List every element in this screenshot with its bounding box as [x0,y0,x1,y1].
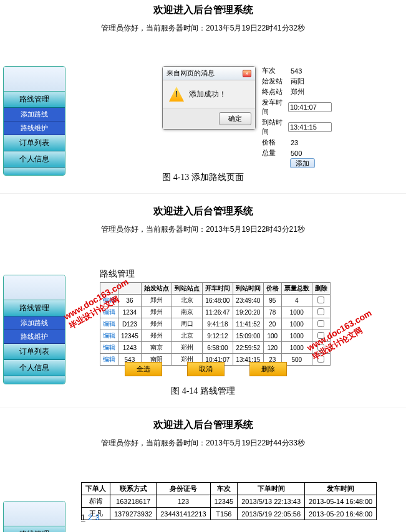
cell-qty: 1000 [281,342,312,354]
edit-link[interactable]: 编辑 [100,318,118,330]
page-link[interactable]: 2 [88,513,92,522]
action-buttons: 全选 取消 删除 [125,362,287,376]
dep-label: 发车时间 [262,98,288,116]
section-route-manage: 欢迎进入后台管理系统 管理员你好，当前服务器时间：2013年5月19日22时43… [0,201,406,407]
cell-arr: 19:20:20 [233,306,263,318]
table-header-row: 始发站点到站站点开车时间到站时间价格票量总数删除 [100,283,331,295]
table-row: 编辑1243南京郑州6:58:0022:59:521201000 [100,342,331,354]
admin-status: 管理员你好，当前服务器时间：2013年5月19日22时44分33秒 [0,435,406,451]
table-header: 开车时间 [202,283,233,295]
delete-checkbox[interactable] [317,320,324,327]
cell-bus: 1234 [118,306,142,318]
section-title: 路线管理 [100,268,135,280]
arr-input[interactable] [288,122,332,132]
cell-qty: 1000 [281,318,312,330]
warning-icon [169,87,184,102]
table-header [118,283,142,295]
nav-orders[interactable]: 订单列表 [4,135,65,151]
delete-checkbox[interactable] [317,308,324,315]
cell-price: 100 [263,330,281,342]
nav-route-maintain[interactable]: 路线维护 [4,330,65,344]
table-row: 编辑36郑州北京16:48:0023:49:40954 [100,295,331,306]
cell-bus: 12345 [210,495,238,508]
cell-price: 78 [263,306,281,318]
route-form: 车次543 始发站南阳 终点站郑州 发车时间 到站时间 价格23 总量500 添… [262,66,332,168]
cell-from: 郑州 [141,306,172,318]
cell-dtime: 2013-05-20 16:48:00 [305,508,377,520]
table-header [100,283,118,295]
cell-bus: 12345 [118,330,142,342]
dialog-title-bar: 来自网页的消息 × [163,67,255,80]
delete-button[interactable]: 删除 [249,362,287,376]
start-value: 南阳 [288,77,307,86]
table-row: 编辑12345郑州北京9:12:1215:09:001001000 [100,330,331,342]
edit-link[interactable]: 编辑 [100,342,118,354]
nav-route-manage[interactable]: 路线管理 [4,92,65,108]
cell-qty: 1000 [281,330,312,342]
sidebar: 路线管理 添加路线 路线维护 订单列表 个人信息 [3,275,65,384]
cell-phone: 163218617 [110,495,157,508]
bus-label: 车次 [262,66,288,75]
page-link[interactable]: 3 [95,513,100,522]
delete-checkbox[interactable] [317,297,324,303]
cell-to: 北京 [172,295,202,306]
cancel-button[interactable]: 取消 [187,362,225,376]
nav-orders[interactable]: 订单列表 [4,344,65,360]
end-label: 终点站 [262,87,288,97]
cell-from: 郑州 [141,295,172,306]
sidebar-bottom [4,376,65,384]
page-title: 欢迎进入后台管理系统 [0,0,406,21]
content-body: 路线管理 添加路线 路线维护 订单列表 个人信息 来自网页的消息 × 添加成功！… [0,36,406,167]
content-body: 路线管理 订单列表 所有订单 个人信息 下单人联系方式身份证号车次下单时间发车时… [0,451,406,532]
page-title: 欢迎进入后台管理系统 [0,415,406,435]
add-button[interactable]: 添加 [290,158,315,168]
cell-bus: D123 [118,318,142,330]
sidebar-spacer [4,501,65,526]
nav-add-route[interactable]: 添加路线 [4,108,65,121]
delete-checkbox[interactable] [317,332,324,339]
cell-id: 123 [157,495,210,508]
dep-input[interactable] [288,102,332,112]
cell-price: 20 [263,318,281,330]
cell-from: 郑州 [141,318,172,330]
edit-link[interactable]: 编辑 [100,295,118,306]
cell-arr: 11:41:52 [233,318,263,330]
delete-checkbox[interactable] [317,344,324,351]
nav-profile[interactable]: 个人信息 [4,360,65,376]
cell-delete [312,318,330,330]
table-header: 到站时间 [233,283,263,295]
route-table: 始发站点到站站点开车时间到站时间价格票量总数删除 编辑36郑州北京16:48:0… [100,282,331,366]
dialog-title-text: 来自网页的消息 [167,69,215,78]
select-all-button[interactable]: 全选 [125,362,162,376]
cell-delete [312,342,330,354]
cell-id: 234431412213 [157,508,210,520]
pager: 1 2 3 [81,513,100,522]
cell-qty: 1000 [281,306,312,318]
nav-profile[interactable]: 个人信息 [4,151,65,168]
dialog-body: 添加成功！ [163,80,255,108]
cell-arr: 22:59:52 [233,342,263,354]
nav-add-route[interactable]: 添加路线 [4,316,65,330]
arr-label: 到站时间 [262,118,288,136]
nav-route-manage[interactable]: 路线管理 [4,300,65,316]
nav-route-manage[interactable]: 路线管理 [4,526,65,532]
sidebar-spacer [4,67,65,92]
delete-checkbox[interactable] [317,356,324,363]
ok-button[interactable]: 确定 [219,112,251,125]
table-header: 发车时间 [305,483,377,495]
edit-link[interactable]: 编辑 [100,330,118,342]
nav-route-maintain[interactable]: 路线维护 [4,121,65,135]
close-icon[interactable]: × [243,70,251,77]
edit-link[interactable]: 编辑 [100,306,118,318]
table-header-row: 下单人联系方式身份证号车次下单时间发车时间 [82,483,377,495]
page-current[interactable]: 1 [81,513,85,522]
dialog-footer: 确定 [163,108,255,129]
table-header: 联系方式 [110,483,157,495]
sidebar: 路线管理 添加路线 路线维护 订单列表 个人信息 [3,66,65,176]
table-header: 下单时间 [238,483,305,495]
cell-to: 北京 [172,330,202,342]
cell-to: 南京 [172,306,202,318]
price-value: 23 [288,139,301,146]
edit-link[interactable]: 编辑 [100,354,118,366]
cell-name: 郝肯 [82,495,110,508]
